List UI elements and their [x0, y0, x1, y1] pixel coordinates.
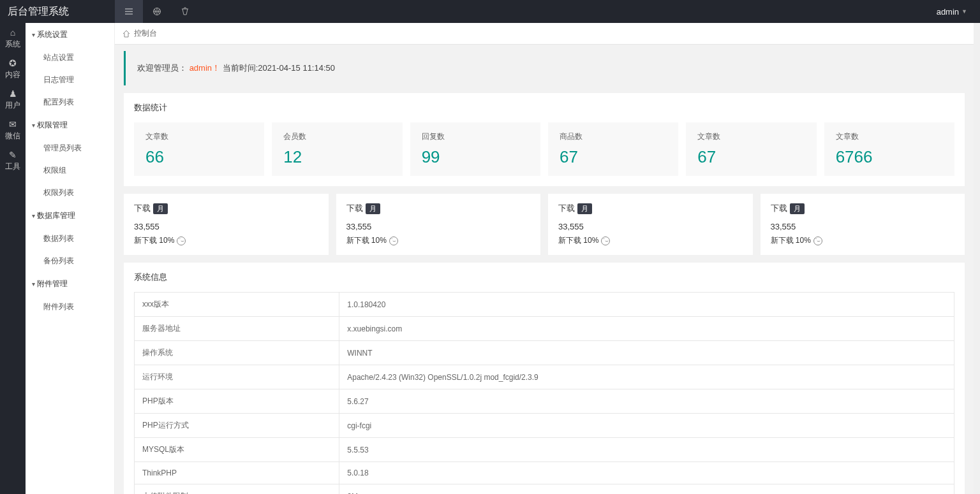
download-badge: 月 — [790, 203, 805, 214]
download-card: 下载月33,555新下载 10% ¨⌣ — [336, 194, 541, 255]
sys-key: 操作系统 — [135, 341, 339, 365]
welcome-time-prefix: 当前时间: — [223, 63, 258, 73]
table-row: PHP运行方式cgi-fcgi — [135, 414, 954, 438]
stat-label: 文章数 — [836, 131, 943, 142]
scrollbar[interactable] — [974, 23, 980, 494]
sys-value: 2M — [339, 484, 954, 495]
sys-key: ThinkPHP — [135, 462, 339, 484]
rail-label: 微信 — [5, 131, 20, 142]
sidebar-item[interactable]: 权限列表 — [26, 182, 114, 204]
rail-label: 工具 — [5, 161, 20, 172]
trash-icon — [181, 7, 189, 16]
stat-card: 文章数67 — [686, 122, 816, 176]
download-subtext: 新下载 10% ¨⌣ — [771, 235, 955, 246]
home-icon — [122, 30, 130, 38]
download-card: 下载月33,555新下载 10% ¨⌣ — [124, 194, 329, 255]
stat-card: 会员数12 — [272, 122, 402, 176]
welcome-prefix: 欢迎管理员： — [137, 63, 187, 73]
chevron-down-icon: ▾ — [32, 212, 35, 219]
sidebar-item[interactable]: 配置列表 — [26, 91, 114, 113]
sidebar-group[interactable]: ▾附件管理 — [26, 272, 114, 296]
sys-value: 5.0.18 — [339, 462, 954, 484]
table-row: xxx版本1.0.180420 — [135, 293, 954, 317]
tabbar: 控制台 — [115, 23, 974, 45]
download-title: 下载 — [558, 203, 575, 214]
download-card: 下载月33,555新下载 10% ¨⌣ — [761, 194, 965, 255]
download-number: 33,555 — [346, 222, 531, 231]
table-row: 操作系统WINNT — [135, 341, 954, 365]
download-title: 下载 — [771, 203, 787, 214]
sys-key: MYSQL版本 — [135, 438, 339, 462]
sidebar-group-label: 权限管理 — [37, 120, 68, 131]
system-info-table: xxx版本1.0.180420服务器地址x.xuebingsi.com操作系统W… — [134, 292, 954, 494]
sidebar-group[interactable]: ▾系统设置 — [26, 23, 114, 47]
rail-item-4[interactable]: ✎工具 — [0, 145, 26, 176]
download-badge: 月 — [366, 203, 380, 214]
sys-key: 运行环境 — [135, 365, 339, 389]
stat-value: 67 — [697, 147, 805, 167]
stat-value: 6766 — [836, 147, 943, 167]
menu-toggle-button[interactable] — [115, 0, 143, 23]
user-name: admin — [937, 7, 959, 17]
sidebar-item[interactable]: 站点设置 — [26, 47, 114, 69]
clear-cache-button[interactable] — [171, 0, 199, 23]
smile-icon: ¨⌣ — [177, 236, 186, 245]
sidebar-item[interactable]: 管理员列表 — [26, 137, 114, 159]
stat-label: 回复数 — [422, 131, 529, 142]
user-menu[interactable]: admin ▼ — [937, 7, 980, 17]
stat-card: 文章数6766 — [824, 122, 954, 176]
stat-card: 文章数66 — [134, 122, 264, 176]
system-info-title: 系统信息 — [134, 272, 954, 283]
topbar: 后台管理系统 admin ▼ — [0, 0, 980, 23]
rail-item-0[interactable]: ⌂系统 — [0, 23, 26, 54]
welcome-alert: 欢迎管理员： admin！ 当前时间:2021-04-15 11:14:50 — [124, 51, 965, 85]
table-row: MYSQL版本5.5.53 — [135, 438, 954, 462]
sys-value: cgi-fcgi — [339, 414, 954, 438]
download-badge: 月 — [577, 203, 592, 214]
rail-label: 用户 — [5, 100, 20, 111]
download-title: 下载 — [346, 203, 363, 214]
sidebar-item[interactable]: 日志管理 — [26, 69, 114, 91]
download-number: 33,555 — [134, 222, 318, 231]
content: 欢迎管理员： admin！ 当前时间:2021-04-15 11:14:50 数… — [115, 45, 974, 494]
system-info-panel: 系统信息 xxx版本1.0.180420服务器地址x.xuebingsi.com… — [124, 263, 965, 494]
sidebar-item[interactable]: 权限组 — [26, 159, 114, 182]
chevron-down-icon: ▾ — [32, 31, 35, 38]
chevron-down-icon: ▾ — [32, 122, 35, 129]
download-subtext: 新下载 10% ¨⌣ — [346, 235, 531, 246]
rail-icon: ✪ — [9, 58, 17, 68]
sidebar-item[interactable]: 附件列表 — [26, 296, 114, 318]
sidebar-group[interactable]: ▾权限管理 — [26, 113, 114, 137]
sidebar-group-label: 系统设置 — [37, 29, 68, 40]
sys-value: 1.0.180420 — [339, 293, 954, 317]
rail-label: 系统 — [5, 39, 20, 50]
sidebar-group-label: 数据库管理 — [37, 210, 75, 221]
smile-icon: ¨⌣ — [389, 236, 398, 245]
tab-home[interactable]: 控制台 — [134, 28, 157, 39]
sidebar-item[interactable]: 备份列表 — [26, 250, 114, 272]
stat-value: 99 — [422, 147, 529, 167]
sys-value: Apache/2.4.23 (Win32) OpenSSL/1.0.2j mod… — [339, 365, 954, 389]
stat-value: 67 — [560, 147, 667, 167]
sidebar-item[interactable]: 数据列表 — [26, 228, 114, 250]
rail-label: 内容 — [5, 69, 20, 80]
sys-value: 5.6.27 — [339, 389, 954, 414]
download-number: 33,555 — [771, 222, 955, 231]
sidebar-group-label: 附件管理 — [37, 279, 68, 289]
welcome-admin-name: admin！ — [189, 63, 220, 73]
rail-item-3[interactable]: ✉微信 — [0, 115, 26, 145]
sys-key: xxx版本 — [135, 293, 339, 317]
globe-button[interactable] — [143, 0, 171, 23]
stats-title: 数据统计 — [134, 102, 954, 113]
stats-panel: 数据统计 文章数66会员数12回复数99商品数67文章数67文章数6766 — [124, 93, 965, 186]
stat-card: 商品数67 — [548, 122, 678, 176]
smile-icon: ¨⌣ — [813, 236, 822, 245]
rail-item-2[interactable]: ♟用户 — [0, 84, 26, 115]
sys-key: 上传附件限制 — [135, 484, 339, 495]
sidebar-group[interactable]: ▾数据库管理 — [26, 204, 114, 228]
rail-item-1[interactable]: ✪内容 — [0, 54, 26, 84]
welcome-time: 2021-04-15 11:14:50 — [258, 63, 335, 73]
table-row: 运行环境Apache/2.4.23 (Win32) OpenSSL/1.0.2j… — [135, 365, 954, 389]
stat-value: 66 — [145, 147, 253, 167]
stat-label: 文章数 — [697, 131, 805, 142]
